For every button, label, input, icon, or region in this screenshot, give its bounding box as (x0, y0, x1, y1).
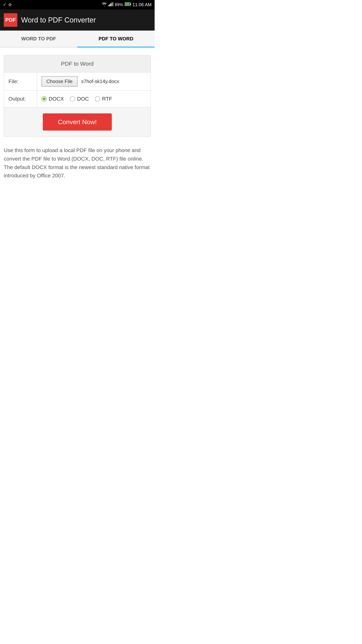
status-left-icons: ✓ ⊘ (3, 2, 12, 7)
app-bar: PDF Word to PDF Converter (0, 10, 155, 30)
radio-doc-circle (70, 96, 75, 102)
block-icon: ⊘ (8, 2, 12, 7)
convert-row: Convert Now! (4, 107, 151, 136)
svg-rect-1 (109, 4, 110, 6)
radio-option-rtf[interactable]: RTF (95, 96, 112, 102)
main-content: PDF to Word File: Choose File s7hof-sk14… (0, 48, 155, 190)
form-title: PDF to Word (4, 55, 151, 72)
radio-doc-label: DOC (77, 96, 89, 102)
radio-rtf-label: RTF (102, 96, 112, 102)
radio-option-docx[interactable]: DOCX (41, 96, 64, 102)
status-right-icons: 89% 11:06 AM (102, 2, 152, 7)
svg-rect-2 (110, 3, 111, 6)
app-title: Word to PDF Converter (21, 16, 96, 24)
radio-option-doc[interactable]: DOC (70, 96, 89, 102)
file-label: File: (4, 72, 37, 90)
output-row: Output: DOCX DOC RTF (4, 90, 151, 107)
choose-file-button[interactable]: Choose File (41, 76, 77, 86)
radio-docx-circle (41, 96, 47, 102)
radio-docx-label: DOCX (49, 96, 64, 102)
output-label: Output: (4, 90, 37, 107)
converter-form-card: PDF to Word File: Choose File s7hof-sk14… (4, 55, 151, 137)
output-radio-group: DOCX DOC RTF (37, 90, 151, 107)
svg-rect-7 (125, 3, 129, 5)
tabs-container: WORD TO PDF PDF TO WORD (0, 30, 155, 48)
battery-percentage: 89% (115, 2, 123, 7)
svg-rect-4 (113, 2, 113, 6)
convert-now-button[interactable]: Convert Now! (43, 114, 112, 130)
status-bar: ✓ ⊘ 89% (0, 0, 155, 10)
tab-active-indicator (77, 46, 155, 48)
file-field: Choose File s7hof-sk14y.docx (37, 72, 151, 90)
svg-rect-0 (108, 5, 109, 6)
description-text: Use this form to upload a local PDF file… (4, 144, 151, 182)
time: 11:06 AM (133, 2, 152, 7)
app-logo: PDF (4, 13, 17, 27)
tab-word-to-pdf[interactable]: WORD TO PDF (0, 30, 77, 47)
radio-rtf-circle (95, 96, 100, 102)
svg-rect-6 (130, 4, 131, 5)
battery-icon (125, 2, 131, 7)
tab-pdf-to-word[interactable]: PDF TO WORD (77, 30, 155, 47)
selected-file-name: s7hof-sk14y.docx (81, 78, 119, 84)
svg-rect-3 (111, 2, 112, 6)
notification-icon: ✓ (3, 2, 6, 7)
wifi-icon (102, 2, 107, 7)
signal-icon (108, 2, 113, 7)
file-row: File: Choose File s7hof-sk14y.docx (4, 72, 151, 90)
